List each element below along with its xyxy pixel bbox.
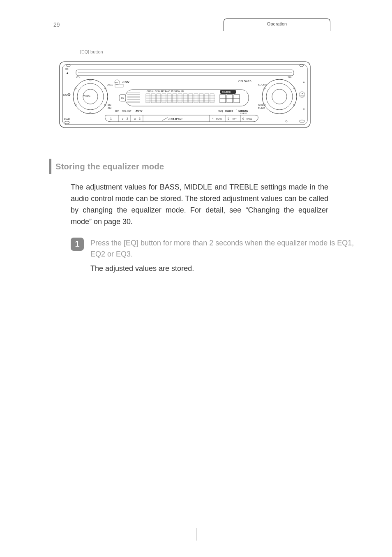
svg-text:∧: ∧ (134, 117, 136, 120)
svg-rect-62 (189, 94, 193, 103)
svg-text:PRE-OUT: PRE-OUT (122, 110, 131, 112)
svg-rect-57 (162, 94, 166, 103)
svg-text:disc: disc (115, 81, 118, 83)
svg-rect-61 (183, 94, 187, 103)
svg-rect-58 (167, 94, 171, 103)
svg-rect-66 (210, 94, 214, 103)
svg-text:PWR: PWR (64, 118, 70, 120)
svg-text:1: 1 (110, 117, 112, 120)
step-1: 1 Press the [EQ] button for more than 2 … (71, 238, 367, 274)
svg-rect-1 (62, 65, 307, 125)
footer-marker (196, 528, 196, 541)
svg-point-43 (286, 120, 287, 122)
svg-text:2: 2 (127, 117, 128, 120)
svg-point-7 (77, 83, 104, 110)
svg-text:SEL: SEL (288, 76, 293, 79)
svg-rect-60 (178, 94, 182, 103)
svg-text:MODE: MODE (83, 95, 90, 97)
svg-rect-64 (199, 94, 203, 103)
svg-point-16 (262, 79, 297, 114)
svg-text:LOUD ALL SCAN RPT RAND ST DIGI: LOUD ALL SCAN RPT RAND ST DIGITAL HD (146, 90, 184, 92)
svg-text:4: 4 (212, 117, 214, 120)
heading-accent-bar (49, 159, 51, 174)
svg-rect-59 (173, 94, 177, 103)
section-body: The adjustment values for BASS, MIDDLE a… (71, 182, 328, 228)
svg-text:AM: AM (108, 107, 111, 109)
svg-rect-56 (157, 94, 161, 103)
svg-point-6 (73, 79, 108, 114)
svg-text:∨: ∨ (122, 117, 124, 120)
svg-text:3: 3 (139, 117, 141, 120)
svg-text:Radio: Radio (225, 109, 233, 112)
svg-text:▲: ▲ (66, 71, 69, 75)
svg-text:MP3: MP3 (136, 109, 143, 113)
svg-text:™: ™ (236, 109, 237, 110)
svg-rect-65 (205, 94, 209, 103)
svg-text:CD 5415: CD 5415 (238, 79, 251, 83)
svg-text:DISC: DISC (107, 83, 113, 86)
svg-text:READY: READY (240, 113, 247, 114)
svg-rect-0 (60, 62, 310, 127)
svg-text:CD: CD (65, 68, 69, 70)
svg-text:RTN: RTN (300, 95, 304, 97)
radio-diagram: [EQ] button MODE (58, 58, 326, 133)
svg-text:HD): HD) (218, 109, 223, 113)
svg-text:DISP: DISP (258, 104, 264, 106)
svg-point-42 (299, 120, 305, 122)
step-instruction: Press the [EQ] button for more than 2 se… (90, 238, 367, 260)
svg-point-14 (90, 112, 91, 114)
step-number-badge: 1 (71, 238, 84, 251)
callout-line (105, 55, 105, 74)
svg-text:FUNC: FUNC (258, 107, 265, 109)
svg-text:SIRIUS: SIRIUS (238, 109, 248, 112)
header-tab: Operation (224, 18, 330, 31)
section-title: Storing the equalizer mode (55, 162, 367, 171)
car-stereo-illustration: MODE CD ▲ VOL MUTE DISC FM AM PWR SEL SO… (58, 58, 312, 132)
svg-text:SOURCE: SOURCE (222, 91, 231, 93)
page-number: 29 (53, 21, 60, 28)
svg-text:ECLIPSE: ECLIPSE (168, 117, 183, 121)
svg-point-32 (64, 121, 70, 124)
svg-text:6: 6 (242, 117, 244, 120)
svg-rect-54 (146, 94, 150, 103)
svg-text:ESN: ESN (122, 80, 129, 84)
svg-point-17 (266, 83, 293, 110)
svg-text:FM: FM (108, 104, 111, 106)
section-heading: Storing the equalizer mode (55, 162, 367, 174)
svg-text:VOL: VOL (76, 76, 81, 79)
svg-rect-63 (194, 94, 198, 103)
svg-text:5: 5 (228, 117, 229, 120)
svg-text:∨: ∨ (303, 108, 305, 111)
callout-label: [EQ] button (80, 49, 103, 54)
svg-text:SCAN: SCAN (216, 118, 222, 120)
svg-text:EQ: EQ (121, 97, 124, 99)
svg-rect-55 (151, 94, 155, 103)
step-result: The adjusted values are stored. (90, 263, 367, 274)
svg-text:∧: ∧ (303, 81, 305, 83)
header-rule (53, 31, 330, 31)
svg-text:SOUND: SOUND (258, 83, 267, 86)
svg-text:5V: 5V (115, 109, 119, 113)
svg-point-13 (90, 79, 91, 81)
heading-underline (55, 174, 330, 174)
svg-rect-81 (115, 84, 123, 87)
svg-point-18 (272, 89, 287, 104)
svg-line-103 (162, 118, 168, 120)
svg-text:RPT: RPT (233, 118, 237, 120)
svg-text:RAND: RAND (247, 118, 253, 120)
